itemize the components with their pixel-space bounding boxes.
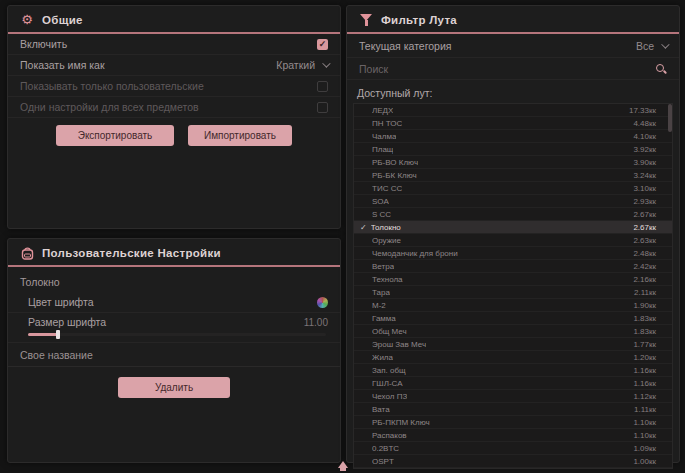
show-name-row: Показать имя как Краткий	[8, 55, 340, 76]
general-buttons: Экспортировать Импортировать	[8, 125, 340, 146]
item-name: Тара	[372, 288, 390, 297]
item-name: 0.2BTC	[372, 444, 399, 453]
item-name: Распаков	[372, 431, 407, 440]
scrollbar-thumb[interactable]	[668, 104, 672, 132]
chevron-down-icon	[661, 40, 669, 48]
item-value: 3.24кк	[633, 171, 656, 180]
list-item[interactable]: Вата1.11кк	[354, 403, 672, 416]
item-value: 2.93кк	[633, 197, 656, 206]
user-settings-panel: Пользовательские Настройки Толокно Цвет …	[7, 238, 341, 463]
list-item[interactable]: Чемоданчик для брони2.48кк	[354, 247, 672, 260]
list-item[interactable]: Жила1.20кк	[354, 351, 672, 364]
category-label: Текущая категория	[359, 40, 452, 52]
delete-button[interactable]: Удалить	[118, 377, 230, 398]
list-item[interactable]: Распаков1.10кк	[354, 429, 672, 442]
item-value: 1.12кк	[633, 392, 656, 401]
list-item[interactable]: Чалма4.10кк	[354, 130, 672, 143]
same-settings-checkbox[interactable]	[317, 102, 328, 113]
slider-thumb[interactable]	[56, 330, 60, 339]
loot-list: ЛЕДХ17.33ккПН ТОС4.48ккЧалма4.10ккПлащ3.…	[353, 103, 673, 469]
font-size-slider[interactable]	[28, 333, 326, 336]
item-value: 2.48кк	[633, 249, 656, 258]
list-item[interactable]: ЛЕДХ17.33кк	[354, 104, 672, 117]
custom-only-checkbox[interactable]	[317, 81, 328, 92]
list-item[interactable]: РБ-БК Ключ3.24кк	[354, 169, 672, 182]
list-item[interactable]: ГШЛ-СА1.16кк	[354, 377, 672, 390]
item-value: 1.00кк	[633, 457, 656, 466]
list-item[interactable]: ✓Толокно2.67кк	[354, 221, 672, 234]
import-button[interactable]: Импортировать	[188, 125, 292, 146]
list-item[interactable]: ТИС СС3.10кк	[354, 182, 672, 195]
list-item[interactable]: РБ-ПКПМ Ключ1.10кк	[354, 416, 672, 429]
show-name-label: Показать имя как	[20, 59, 105, 71]
item-name: Эрош Зав Меч	[372, 340, 426, 349]
list-item[interactable]: Технола2.16кк	[354, 273, 672, 286]
item-name: ТИС СС	[372, 184, 402, 193]
enable-checkbox[interactable]: ✓	[317, 39, 328, 50]
resize-handle-icon[interactable]	[337, 461, 349, 471]
item-value: 1.20кк	[633, 353, 656, 362]
list-item[interactable]: Плащ3.92кк	[354, 143, 672, 156]
chevron-down-icon	[322, 59, 330, 67]
check-icon: ✓	[360, 223, 367, 232]
item-value: 1.10кк	[633, 431, 656, 440]
list-item[interactable]: Оружие2.63кк	[354, 234, 672, 247]
list-item[interactable]: S СС2.67кк	[354, 208, 672, 221]
backpack-icon	[20, 246, 34, 260]
category-select[interactable]: Все	[636, 40, 667, 52]
list-item[interactable]: 0.2BTC1.09кк	[354, 442, 672, 455]
enable-row: Включить ✓	[8, 34, 340, 55]
enable-label: Включить	[20, 38, 67, 50]
item-name: S СС	[372, 210, 391, 219]
item-name: Жила	[372, 353, 393, 362]
item-value: 1.16кк	[633, 379, 656, 388]
list-item[interactable]: Чехол ПЗ1.12кк	[354, 390, 672, 403]
font-color-row: Цвет шрифта	[8, 292, 340, 313]
font-size-value: 11.00	[304, 317, 328, 328]
loot-filter-header: Фильтр Лута	[347, 6, 679, 32]
item-value: 1.90кк	[633, 301, 656, 310]
list-item[interactable]: Гамма1.83кк	[354, 312, 672, 325]
item-name: Чемоданчик для брони	[372, 249, 458, 258]
available-loot-label: Доступный лут:	[347, 80, 679, 103]
item-name: Технола	[372, 275, 403, 284]
item-value: 4.48кк	[633, 119, 656, 128]
list-item[interactable]: РБ-ВО Ключ3.90кк	[354, 156, 672, 169]
custom-name-input[interactable]: Свое название	[8, 343, 340, 367]
gear-icon: ⚙	[20, 13, 34, 27]
show-name-select[interactable]: Краткий	[276, 59, 328, 71]
search-input[interactable]: Поиск	[347, 58, 679, 80]
search-icon[interactable]	[655, 63, 667, 75]
font-size-slider-row	[8, 331, 340, 343]
item-value: 17.33кк	[629, 106, 656, 115]
export-button[interactable]: Экспортировать	[56, 125, 174, 146]
list-item[interactable]: Общ Меч1.83кк	[354, 325, 672, 338]
list-item[interactable]: Тара2.11кк	[354, 286, 672, 299]
list-item[interactable]: Зап. общ1.16кк	[354, 364, 672, 377]
search-placeholder: Поиск	[359, 63, 388, 75]
list-item[interactable]: ПН ТОС4.48кк	[354, 117, 672, 130]
list-item[interactable]: SOA2.93кк	[354, 195, 672, 208]
general-panel-header: ⚙ Общие	[8, 6, 340, 32]
item-name: Чалма	[372, 132, 396, 141]
color-wheel-icon[interactable]	[317, 297, 328, 308]
user-settings-header: Пользовательские Настройки	[8, 239, 340, 265]
user-settings-title: Пользовательские Настройки	[42, 247, 221, 259]
item-value: 4.10кк	[633, 132, 656, 141]
item-value: 2.67кк	[633, 223, 656, 232]
loot-filter-panel: Фильтр Лута Текущая категория Все Поиск …	[346, 5, 680, 463]
item-name: Плащ	[372, 145, 393, 154]
list-item[interactable]: М-21.90кк	[354, 299, 672, 312]
item-name: РБ-БК Ключ	[372, 171, 417, 180]
item-name: РБ-ВО Ключ	[372, 158, 418, 167]
list-item[interactable]: Ветра2.42кк	[354, 260, 672, 273]
item-value: 3.90кк	[633, 158, 656, 167]
list-item[interactable]: Эрош Зав Меч1.77кк	[354, 338, 672, 351]
font-color-label: Цвет шрифта	[28, 296, 94, 308]
item-value: 1.10кк	[633, 418, 656, 427]
item-value: 2.11кк	[634, 288, 656, 297]
list-item[interactable]: OSPT1.00кк	[354, 455, 672, 468]
item-value: 1.09кк	[633, 444, 656, 453]
item-name: М-2	[372, 301, 386, 310]
item-name: Толокно	[371, 223, 401, 232]
